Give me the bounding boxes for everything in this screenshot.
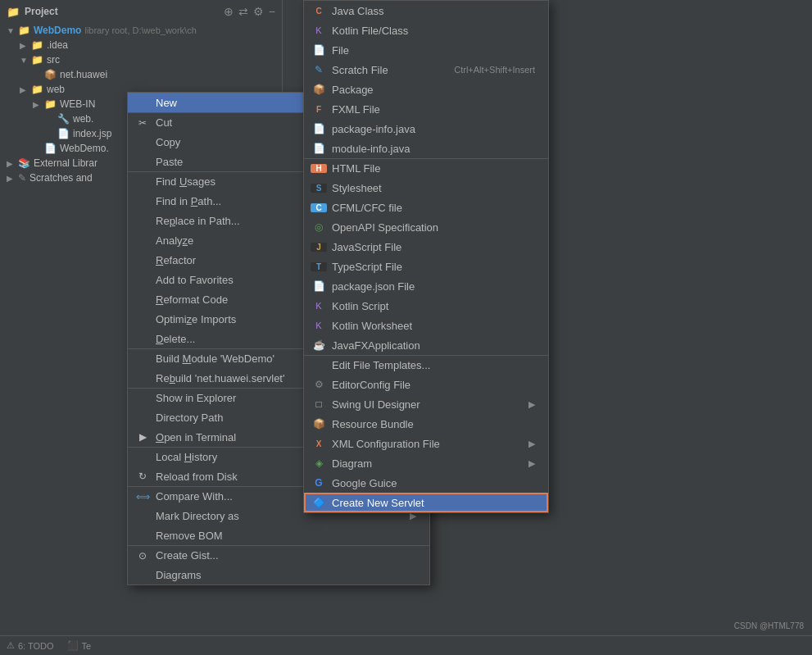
watermark: CSDN @HTML778	[734, 621, 804, 630]
editorconfig-icon: ⚙	[311, 379, 327, 390]
javafx-icon: ☕	[311, 339, 327, 351]
tree-item-net[interactable]: 📦 net.huawei	[0, 67, 282, 82]
status-terminal[interactable]: ⬛ Te	[67, 640, 92, 651]
menu-remove-bom-label: Remove BOM	[156, 530, 416, 542]
submenu-editorconfig[interactable]: ⚙ EditorConfig File	[304, 375, 548, 394]
cut-icon: ✂	[134, 117, 151, 129]
submenu-kotlin-script[interactable]: K Kotlin Script	[304, 296, 548, 316]
kotlin-file-icon: K	[311, 25, 327, 35]
terminal-icon: ▶	[134, 431, 151, 443]
panel-title: Project	[25, 6, 219, 17]
submenu-scratch-label: Scratch File	[332, 64, 454, 76]
xml-config-icon: X	[311, 439, 327, 448]
submenu-json-file[interactable]: 📄 package.json File	[304, 276, 548, 296]
submenu-edit-templates[interactable]: Edit File Templates...	[304, 355, 548, 375]
project-icon: 📁	[7, 6, 20, 18]
json-icon: 📄	[311, 280, 327, 292]
submenu-js-file[interactable]: J JavaScript File	[304, 237, 548, 257]
swing-arrow: ▶	[528, 399, 535, 410]
servlet-icon: 🔷	[311, 497, 327, 508]
css-icon: S	[311, 184, 327, 193]
submenu-json-label: package.json File	[332, 280, 535, 293]
gist-icon: ⊙	[134, 550, 151, 562]
submenu-cfml[interactable]: C CFML/CFC file	[304, 198, 548, 217]
submenu-xml-label: XML Configuration File	[332, 438, 528, 450]
openapi-icon: ◎	[311, 221, 327, 233]
menu-remove-bom[interactable]: Remove BOM	[128, 525, 429, 545]
scratch-icon: ✎	[311, 64, 327, 75]
file-icon: 📄	[311, 44, 327, 56]
package-icon: 📦	[311, 84, 327, 95]
submenu-file-label: File	[332, 44, 535, 57]
xml-arrow: ▶	[528, 439, 535, 449]
settings-icon[interactable]: ⚙	[253, 5, 264, 18]
submenu-module-info[interactable]: 📄 module-info.java	[304, 139, 548, 158]
submenu-package-info-label: package-info.java	[332, 123, 535, 135]
submenu-openapi[interactable]: ◎ OpenAPI Specification	[304, 217, 548, 237]
submenu-create-servlet[interactable]: 🔷 Create New Servlet	[304, 493, 548, 512]
submenu-fxml[interactable]: F FXML File	[304, 99, 548, 119]
todo-icon: ⚠	[7, 640, 15, 651]
submenu-scratch-file[interactable]: ✎ Scratch File Ctrl+Alt+Shift+Insert	[304, 60, 548, 80]
submenu-kotlin-worksheet[interactable]: K Kotlin Worksheet	[304, 316, 548, 335]
diagram-icon: ◈	[311, 457, 327, 469]
submenu-package-label: Package	[332, 84, 535, 96]
html-icon: H	[311, 164, 327, 173]
menu-create-gist[interactable]: ⊙ Create Gist...	[128, 545, 429, 565]
submenu-ts-file[interactable]: T TypeScript File	[304, 257, 548, 276]
kotlin-script-icon: K	[311, 301, 327, 311]
submenu-google-guice[interactable]: G Google Guice	[304, 473, 548, 493]
submenu-resource-bundle[interactable]: 📦 Resource Bundle	[304, 414, 548, 434]
split-icon[interactable]: ⇄	[238, 5, 248, 18]
submenu-openapi-label: OpenAPI Specification	[332, 221, 535, 234]
submenu-ts-label: TypeScript File	[332, 261, 535, 273]
submenu-kotlin-script-label: Kotlin Script	[332, 300, 535, 312]
submenu-js-label: JavaScript File	[332, 241, 535, 253]
submenu-html-file[interactable]: H HTML File	[304, 158, 548, 178]
submenu-cfml-label: CFML/CFC file	[332, 202, 535, 214]
swing-icon: □	[311, 398, 327, 410]
google-icon: G	[311, 477, 327, 489]
minimize-icon[interactable]: −	[269, 5, 275, 18]
tree-root[interactable]: ▼ 📁 WebDemo library root, D:\web_work\ch	[0, 23, 282, 38]
submenu-javafx[interactable]: ☕ JavaFXApplication	[304, 335, 548, 355]
terminal-status-icon: ⬛	[67, 640, 79, 651]
panel-header: 📁 Project ⊕ ⇄ ⚙ −	[0, 0, 282, 23]
new-tab-icon[interactable]: ⊕	[224, 5, 234, 18]
submenu-package[interactable]: 📦 Package	[304, 80, 548, 99]
submenu-swing[interactable]: □ Swing UI Designer ▶	[304, 394, 548, 414]
tree-item-src[interactable]: ▼ 📁 src	[0, 52, 282, 67]
kotlin-worksheet-icon: K	[311, 321, 327, 330]
reload-icon: ↻	[134, 471, 151, 482]
submenu-kotlin-file[interactable]: K Kotlin File/Class	[304, 20, 548, 40]
submenu-file[interactable]: 📄 File	[304, 40, 548, 60]
submenu-xml-config[interactable]: X XML Configuration File ▶	[304, 434, 548, 453]
js-icon: J	[311, 243, 327, 252]
submenu-stylesheet[interactable]: S Stylesheet	[304, 178, 548, 198]
menu-gist-label: Create Gist...	[156, 549, 416, 562]
diagram-arrow: ▶	[528, 458, 535, 469]
submenu-java-class[interactable]: C Java Class	[304, 1, 548, 20]
compare-icon: ⟺	[134, 491, 151, 503]
submenu-google-label: Google Guice	[332, 477, 535, 489]
submenu-diagram[interactable]: ◈ Diagram ▶	[304, 453, 548, 473]
submenu-module-info-label: module-info.java	[332, 143, 535, 155]
submenu-html-label: HTML File	[332, 162, 535, 175]
resource-icon: 📦	[311, 418, 327, 430]
java-class-icon: C	[311, 7, 327, 16]
submenu-stylesheet-label: Stylesheet	[332, 182, 535, 194]
submenu-diagram-label: Diagram	[332, 457, 528, 470]
submenu-package-info[interactable]: 📄 package-info.java	[304, 119, 548, 139]
submenu-resource-label: Resource Bundle	[332, 418, 535, 430]
tree-item-idea[interactable]: ▶ 📁 .idea	[0, 38, 282, 52]
scratch-shortcut: Ctrl+Alt+Shift+Insert	[454, 65, 535, 75]
submenu-swing-label: Swing UI Designer	[332, 398, 528, 411]
submenu-kotlin-label: Kotlin File/Class	[332, 25, 535, 37]
status-todo[interactable]: ⚠ 6: TODO	[7, 640, 54, 651]
submenu-servlet-label: Create New Servlet	[332, 497, 535, 509]
module-info-icon: 📄	[311, 143, 327, 154]
menu-diagrams[interactable]: Diagrams	[128, 565, 429, 584]
menu-diagrams-label: Diagrams	[156, 569, 416, 581]
submenu-editorconfig-label: EditorConfig File	[332, 379, 535, 391]
submenu-fxml-label: FXML File	[332, 103, 535, 116]
